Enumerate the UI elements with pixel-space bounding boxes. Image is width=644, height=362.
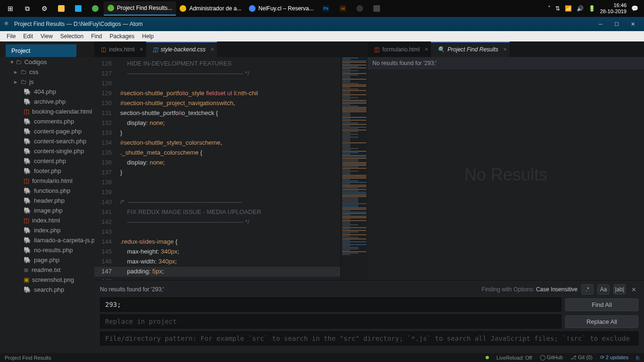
- whole-word-toggle[interactable]: |ab|: [613, 284, 626, 295]
- status-icon[interactable]: ⎗: [636, 355, 639, 361]
- tray-wifi-icon[interactable]: 📶: [565, 5, 572, 12]
- app-icon-2[interactable]: [351, 1, 368, 16]
- chevron-right-icon: ▸: [14, 78, 17, 85]
- tree-file[interactable]: 🐘no-results.php: [0, 245, 94, 255]
- tree-file[interactable]: 🐘footer.php: [0, 166, 94, 176]
- find-all-button[interactable]: Find All: [565, 298, 638, 311]
- tree-root-folder[interactable]: ▾ 🗀Codigos: [0, 57, 94, 67]
- menu-edit[interactable]: Edit: [19, 33, 37, 40]
- close-tab-icon[interactable]: ×: [140, 46, 143, 53]
- code-editor[interactable]: 1261271281291301311321331341351361371381…: [94, 57, 368, 280]
- tree-file[interactable]: 🐘image.php: [0, 206, 94, 215]
- window-title: Project Find Results — D:\NelFuy\Codigos…: [14, 21, 143, 27]
- regex-toggle[interactable]: .*: [581, 284, 594, 295]
- tree-file[interactable]: 🐘page.php: [0, 255, 94, 265]
- code-area[interactable]: HIDE IN-DEVELOPMENT FEATURES -----------…: [116, 57, 340, 280]
- close-panel-icon[interactable]: ✕: [629, 286, 638, 293]
- taskbar-app-chrome-2[interactable]: NelFuy.cl – Reserva...: [245, 1, 317, 16]
- tree-file[interactable]: 🐘content-search.php: [0, 136, 94, 146]
- github-status[interactable]: ◯ GitHub: [540, 354, 563, 361]
- menu-file[interactable]: File: [3, 33, 19, 40]
- tree-file[interactable]: 🐘archive.php: [0, 97, 94, 107]
- task-view-icon[interactable]: ⧉: [19, 1, 36, 16]
- title-bar: ⚛ Project Find Results — D:\NelFuy\Codig…: [0, 17, 644, 31]
- photoshop-icon[interactable]: Ps: [317, 1, 334, 16]
- tree-folder[interactable]: ▸🗀css: [0, 67, 94, 77]
- menu-help[interactable]: Help: [138, 33, 157, 40]
- updates-link[interactable]: ⟳ 2 updates: [600, 354, 628, 361]
- livereload-status[interactable]: LiveReload: Off: [496, 355, 532, 361]
- settings-icon[interactable]: ⚙: [36, 1, 53, 16]
- editor-tab[interactable]: ◫index.html×: [94, 41, 146, 57]
- start-button[interactable]: ⊞: [2, 1, 19, 16]
- chevron-right-icon: ▸: [14, 68, 17, 75]
- tree-file[interactable]: ▣screenshot.png: [0, 275, 94, 285]
- find-options-label: Finding with Options: Case Insensitive: [482, 286, 578, 293]
- tree-file[interactable]: 🐘search.php: [0, 285, 94, 295]
- case-toggle[interactable]: Aa: [597, 284, 610, 295]
- tray-battery-icon[interactable]: 🔋: [588, 5, 595, 12]
- php-file-icon: 🐘: [24, 157, 31, 165]
- folder-icon: 🗀: [20, 78, 26, 85]
- utorrent-icon[interactable]: [87, 1, 104, 16]
- replace-input[interactable]: [100, 314, 561, 329]
- menu-packages[interactable]: Packages: [106, 33, 139, 40]
- tree-file[interactable]: 🐘functions.php: [0, 186, 94, 196]
- tree-file[interactable]: ◫booking-calendar.html: [0, 107, 94, 116]
- php-file-icon: 🐘: [24, 167, 31, 174]
- file-explorer-icon[interactable]: [53, 1, 70, 16]
- tree-file[interactable]: ◫formulario.html: [0, 176, 94, 186]
- left-tab-bar: ◫index.html×◫style-backend.css×: [94, 41, 368, 57]
- find-status: No results found for '293;': [100, 286, 478, 293]
- git-status[interactable]: ⎇ Git (0): [570, 354, 593, 361]
- tree-file[interactable]: 🐘content-page.php: [0, 126, 94, 136]
- menu-selection[interactable]: Selection: [57, 33, 87, 40]
- illustrator-icon[interactable]: Ai: [334, 1, 351, 16]
- clock[interactable]: 16:46 28-10-2019: [600, 2, 627, 15]
- editor-tab[interactable]: ◫style-backend.css×: [146, 41, 217, 57]
- menu-find[interactable]: Find: [87, 33, 106, 40]
- tree-file[interactable]: 🐘content-single.php: [0, 146, 94, 156]
- app-icon-3[interactable]: [368, 1, 385, 16]
- php-file-icon: 🐘: [24, 227, 31, 234]
- close-button[interactable]: ✕: [625, 21, 640, 27]
- minimize-button[interactable]: ─: [593, 21, 608, 27]
- tray-network-icon[interactable]: ⇅: [555, 5, 560, 12]
- windows-taskbar: ⊞ ⧉ ⚙ Project Find Results... Administra…: [0, 0, 644, 17]
- clock-time: 16:46: [600, 2, 627, 8]
- menu-view[interactable]: View: [37, 33, 57, 40]
- action-center-icon[interactable]: 💬: [631, 5, 638, 12]
- php-file-icon: 🐘: [24, 138, 31, 145]
- tree-file[interactable]: 🐘404.php: [0, 87, 94, 97]
- taskbar-app-chrome-1[interactable]: Administrador de a...: [176, 1, 245, 16]
- tree-file[interactable]: ◫index.html: [0, 215, 94, 225]
- find-input[interactable]: [100, 297, 561, 312]
- php-file-icon: 🐘: [24, 247, 31, 254]
- tree-view[interactable]: Project ▾ 🗀Codigos ▸🗀css ▸🗀js 🐘404.php🐘a…: [0, 41, 94, 353]
- replace-all-button[interactable]: Replace All: [565, 315, 638, 328]
- close-tab-icon[interactable]: ×: [210, 46, 214, 53]
- close-tab-icon[interactable]: ×: [425, 46, 429, 53]
- maximize-button[interactable]: ☐: [609, 21, 624, 27]
- tree-file[interactable]: 🐘header.php: [0, 196, 94, 206]
- app-icon-1[interactable]: [70, 1, 87, 16]
- close-tab-icon[interactable]: ×: [503, 46, 507, 53]
- editor-tab[interactable]: 🔍Project Find Results×: [431, 41, 509, 57]
- editor-tab[interactable]: ◫formulario.html×: [368, 41, 431, 57]
- php-file-icon: 🐘: [24, 197, 31, 204]
- tree-file[interactable]: 🐘content.php: [0, 156, 94, 166]
- paths-input[interactable]: [100, 331, 638, 346]
- search-icon: 🔍: [438, 46, 445, 53]
- tree-file[interactable]: 🐘index.php: [0, 225, 94, 235]
- results-status: No results found for '293;': [368, 57, 644, 69]
- chrome-icon: [249, 5, 256, 12]
- minimap[interactable]: [340, 57, 368, 280]
- tray-volume-icon[interactable]: 🔊: [577, 5, 584, 12]
- tree-file[interactable]: 🐘llamado-a-carpeta-js.php: [0, 235, 94, 245]
- taskbar-app-atom[interactable]: Project Find Results...: [104, 1, 176, 16]
- tray-chevron-icon[interactable]: ˄: [548, 5, 551, 12]
- tree-file[interactable]: 🐘comments.php: [0, 116, 94, 126]
- no-results-heading: No Results: [464, 165, 547, 185]
- tree-folder[interactable]: ▸🗀js: [0, 77, 94, 87]
- tree-file[interactable]: ≣readme.txt: [0, 265, 94, 275]
